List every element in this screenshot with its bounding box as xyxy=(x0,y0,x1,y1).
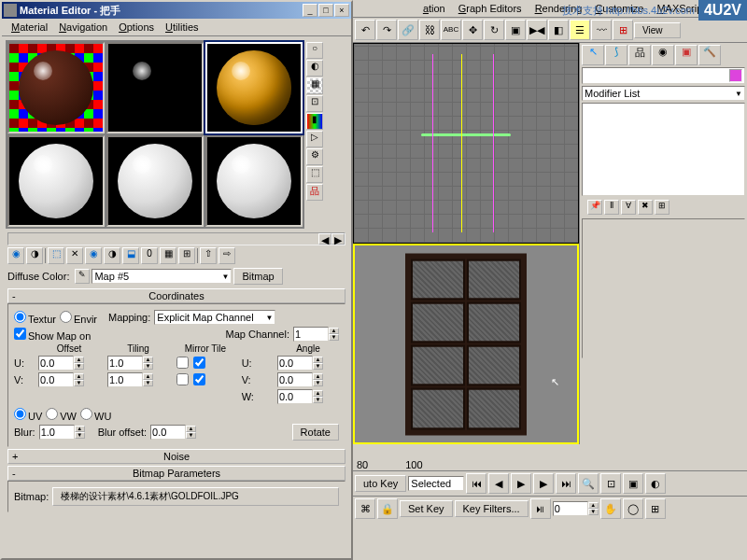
v-mirror-checkbox[interactable] xyxy=(176,373,189,385)
unlink-icon[interactable]: ⛓ xyxy=(419,20,440,40)
configure-icon[interactable]: ⊞ xyxy=(655,200,669,215)
pick-icon[interactable]: ✎ xyxy=(75,269,90,284)
bitmap-params-rollout-header[interactable]: - Bitmap Parameters xyxy=(7,466,345,481)
object-name-field[interactable] xyxy=(582,67,745,84)
mat-map-nav-icon[interactable]: 品 xyxy=(306,184,323,201)
material-slot-6[interactable] xyxy=(205,135,303,227)
show-end-icon[interactable]: ⊞ xyxy=(178,247,195,264)
rotate-button[interactable]: Rotate xyxy=(292,424,339,441)
align-icon[interactable]: ◧ xyxy=(548,20,569,40)
material-slot-3[interactable] xyxy=(205,42,303,133)
show-map-checkbox[interactable]: Show Map on xyxy=(14,328,91,342)
map-type-button[interactable]: Bitmap xyxy=(233,268,282,285)
coordinates-rollout-header[interactable]: - Coordinates xyxy=(7,288,345,303)
backlight-icon[interactable]: ◐ xyxy=(306,60,323,77)
envir-radio[interactable]: Envir xyxy=(60,311,97,325)
get-material-icon[interactable]: ◉ xyxy=(7,247,24,264)
pan-icon[interactable]: ✋ xyxy=(600,498,621,519)
uv-radio[interactable]: UV xyxy=(14,408,42,422)
go-sibling-icon[interactable]: ⇨ xyxy=(218,247,235,264)
material-slot-5[interactable] xyxy=(106,135,204,227)
view-dropdown[interactable]: View xyxy=(634,22,681,38)
background-icon[interactable]: ▦ xyxy=(306,77,323,94)
scroll-left-icon[interactable]: ◀ xyxy=(318,233,331,245)
menu-navigation[interactable]: Navigation xyxy=(53,21,113,34)
reset-icon[interactable]: ✕ xyxy=(66,247,83,264)
set-key-button[interactable]: Set Key xyxy=(400,500,453,517)
perspective-viewport[interactable]: ↖ xyxy=(353,244,579,444)
play-icon[interactable]: ▶ xyxy=(511,473,531,494)
motion-tab-icon[interactable]: ◉ xyxy=(652,45,674,65)
material-slot-4[interactable] xyxy=(7,135,105,227)
make-unique-icon[interactable]: ∀ xyxy=(621,200,636,215)
mapping-dropdown[interactable]: Explicit Map Channel▼ xyxy=(154,310,275,325)
select-by-mat-icon[interactable]: ⬚ xyxy=(306,166,323,183)
v-angle-input[interactable] xyxy=(277,372,313,387)
modifier-stack[interactable] xyxy=(582,103,745,196)
v-tile-checkbox[interactable] xyxy=(193,373,205,385)
u-tile-checkbox[interactable] xyxy=(193,357,205,369)
undo-icon[interactable]: ↶ xyxy=(355,20,375,40)
link-icon[interactable]: 🔗 xyxy=(398,20,418,40)
layers-icon[interactable]: ☰ xyxy=(570,20,590,40)
noise-rollout-header[interactable]: + Noise xyxy=(7,449,345,464)
spin-up-icon[interactable]: ▲ xyxy=(588,502,599,509)
wu-radio[interactable]: WU xyxy=(80,408,111,422)
v-offset-input[interactable] xyxy=(38,372,74,387)
curve-editor-icon[interactable]: 〰 xyxy=(591,20,612,40)
key-mode-dropdown[interactable]: Selected xyxy=(408,476,464,491)
pin-icon[interactable]: 📌 xyxy=(587,200,602,215)
remove-mod-icon[interactable]: ✖ xyxy=(638,200,653,215)
goto-end-icon[interactable]: ⏭ xyxy=(556,473,576,494)
map-channel-input[interactable] xyxy=(293,327,329,342)
material-slot-2[interactable] xyxy=(106,42,204,133)
u-offset-input[interactable] xyxy=(38,356,74,371)
time-slider[interactable] xyxy=(353,444,747,459)
u-angle-input[interactable] xyxy=(277,356,313,371)
menu-graph-editors[interactable]: Graph Editors xyxy=(453,2,528,15)
abc-icon[interactable]: ABC xyxy=(441,20,461,40)
next-frame-icon[interactable]: ▶ xyxy=(533,473,554,494)
color-swatch[interactable] xyxy=(729,69,742,82)
show-map-icon[interactable]: ▦ xyxy=(160,247,176,264)
frame-input[interactable] xyxy=(553,501,588,516)
fov-icon[interactable]: ◐ xyxy=(645,473,666,494)
create-tab-icon[interactable]: ↖ xyxy=(582,45,604,65)
mirror-icon[interactable]: ▶◀ xyxy=(527,20,547,40)
material-slot-1[interactable] xyxy=(7,42,105,133)
menu-utilities[interactable]: Utilities xyxy=(160,21,204,34)
show-result-icon[interactable]: Ⅱ xyxy=(604,200,619,215)
scale-icon[interactable]: ▣ xyxy=(505,20,526,40)
sample-uv-icon[interactable]: ⊡ xyxy=(306,95,323,112)
mat-effects-icon[interactable]: 0 xyxy=(141,247,158,264)
options-icon[interactable]: ⚙ xyxy=(306,148,323,165)
maximize-button[interactable]: □ xyxy=(318,4,333,17)
spin-up-icon[interactable]: ▲ xyxy=(329,328,339,334)
rotate-icon[interactable]: ↻ xyxy=(484,20,504,40)
zoom-icon[interactable]: 🔍 xyxy=(578,473,599,494)
arc-rotate-icon[interactable]: ◯ xyxy=(623,498,643,519)
spin-down-icon[interactable]: ▼ xyxy=(588,509,599,515)
maximize-icon[interactable]: ⊞ xyxy=(645,498,666,519)
auto-key-button[interactable]: uto Key xyxy=(355,475,406,492)
lock-icon[interactable]: 🔒 xyxy=(377,498,398,519)
texture-radio[interactable]: Textur xyxy=(14,311,56,325)
hierarchy-tab-icon[interactable]: 品 xyxy=(628,45,651,65)
make-unique-icon[interactable]: ◑ xyxy=(104,247,120,264)
zoom-all-icon[interactable]: ⊡ xyxy=(600,473,621,494)
top-viewport[interactable] xyxy=(353,43,579,244)
v-tiling-input[interactable] xyxy=(107,372,143,387)
minimize-button[interactable]: _ xyxy=(303,4,317,17)
put-library-icon[interactable]: ⬓ xyxy=(122,247,139,264)
w-angle-input[interactable] xyxy=(277,389,313,404)
utilities-tab-icon[interactable]: 🔨 xyxy=(698,45,721,65)
modify-tab-icon[interactable]: ⟆ xyxy=(605,45,627,65)
vw-radio[interactable]: VW xyxy=(46,408,77,422)
menu-ation[interactable]: ation xyxy=(417,2,451,15)
menu-material[interactable]: Material xyxy=(6,21,53,34)
zoom-extents-icon[interactable]: ▣ xyxy=(623,473,643,494)
put-to-scene-icon[interactable]: ◑ xyxy=(26,247,43,264)
make-copy-icon[interactable]: ◉ xyxy=(85,247,102,264)
prev-frame-icon[interactable]: ◀ xyxy=(488,473,509,494)
video-check-icon[interactable]: ▮ xyxy=(306,113,323,130)
